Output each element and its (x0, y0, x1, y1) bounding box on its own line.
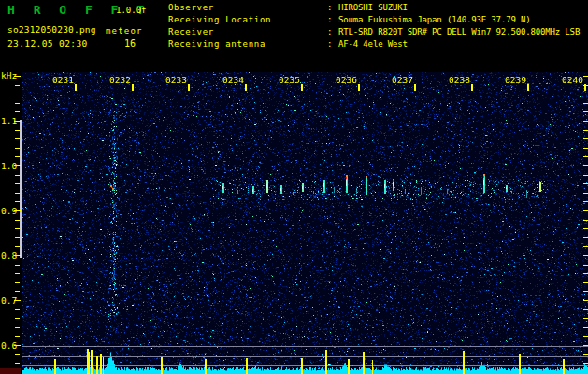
info-value: HIROSHI SUZUKI (338, 3, 408, 12)
freq-tick-left (14, 210, 21, 211)
freq-tick-left (15, 363, 20, 364)
freq-tick-right (583, 175, 588, 176)
freq-tick-left (15, 237, 20, 238)
freq-tick-right (583, 273, 588, 274)
time-label: 0238 (442, 75, 470, 85)
freq-tick-left (15, 103, 20, 104)
level-gridline-1 (22, 346, 588, 347)
station-info-block: Observer:HIROSHI SUZUKI Receiving Locati… (168, 3, 580, 51)
signal-spike (54, 359, 56, 374)
file-timestamp: 23.12.05 02:30 (7, 38, 88, 49)
freq-tick-left (15, 138, 20, 139)
info-colon: : (327, 39, 338, 49)
time-label: 0235 (272, 75, 300, 85)
signal-spike (325, 350, 327, 374)
time-label: 0232 (103, 75, 131, 85)
freq-tick-left (15, 336, 20, 337)
time-tick (301, 84, 303, 91)
freq-tick-right (583, 94, 588, 94)
signal-spike (372, 360, 373, 374)
info-label: Observer (168, 3, 327, 12)
freq-tick-left (15, 148, 20, 149)
freq-tick-right (583, 291, 588, 292)
freq-tick-right (583, 345, 588, 346)
freq-tick-left (15, 265, 20, 266)
signal-spike (96, 356, 98, 374)
app-version: 1.0.0f (116, 6, 147, 15)
freq-tick-right (583, 165, 588, 166)
time-label: 0231 (46, 75, 74, 85)
signal-spike (100, 354, 102, 374)
freq-tick-right (583, 210, 588, 211)
freq-tick-right (583, 85, 588, 86)
freq-tick-left (15, 193, 20, 194)
freq-tick-left (14, 255, 21, 256)
freq-tick-right (583, 336, 588, 337)
info-row-antenna: Receiving antenna:AF-4 4ele West (168, 39, 580, 51)
freq-tick-left (15, 327, 20, 328)
info-row-location: Receiving Location:Souma Fukushima Japan… (168, 15, 580, 27)
freq-tick-left (15, 220, 20, 221)
time-label: 0236 (329, 75, 357, 85)
time-label: 0234 (216, 75, 244, 85)
time-tick (527, 84, 529, 91)
info-value: Souma Fukushima Japan (140.93E 37.79 N) (338, 15, 530, 24)
freq-tick-left (15, 228, 20, 229)
freq-tick-left (14, 300, 21, 301)
freq-tick-left (14, 76, 21, 77)
bottom-left-corner-block (0, 368, 21, 374)
time-tick (414, 84, 416, 91)
freq-tick-left (14, 165, 21, 166)
freq-tick-left (15, 94, 20, 94)
info-value: RTL-SRD R820T SDR# PC DELL Win7 92.500.8… (338, 27, 580, 36)
freq-tick-right (583, 201, 588, 202)
freq-tick-right (583, 138, 588, 139)
freq-tick-left (15, 282, 20, 283)
freq-tick-left (15, 318, 20, 319)
freq-tick-left (15, 354, 20, 355)
freq-tick-right (583, 237, 588, 238)
time-tick (75, 84, 77, 91)
freq-tick-left (14, 345, 21, 346)
freq-tick-right (583, 318, 588, 319)
time-label: 0239 (498, 75, 526, 85)
freq-tick-left (15, 291, 20, 292)
freq-tick-left (14, 121, 21, 122)
time-label: 0240 (555, 75, 583, 85)
freq-tick-left (15, 246, 20, 247)
freq-tick-right (583, 220, 588, 221)
freq-tick-left (15, 273, 20, 274)
signal-spike (463, 351, 465, 374)
time-tick (358, 84, 360, 91)
info-row-receiver: Receiver:RTL-SRD R820T SDR# PC DELL Win7… (168, 27, 580, 39)
signal-spike (519, 354, 521, 374)
output-filename: so2312050230.png (7, 24, 96, 35)
freq-tick-left (15, 175, 20, 176)
freq-tick-right (583, 246, 588, 247)
freq-tick-right (583, 111, 588, 112)
freq-tick-left (15, 111, 20, 112)
freq-tick-right (583, 282, 588, 283)
signal-spike (246, 358, 248, 374)
signal-spike (91, 350, 93, 374)
time-tick (245, 84, 247, 91)
time-label: 0233 (159, 75, 187, 85)
freq-tick-right (583, 148, 588, 149)
level-gridline-3 (22, 365, 588, 366)
freq-tick-right (583, 183, 588, 184)
info-label: Receiving Location (168, 15, 327, 24)
signal-spike (348, 359, 350, 374)
signal-spike (363, 352, 365, 374)
freq-tick-right (583, 309, 588, 310)
freq-tick-right (583, 121, 588, 122)
info-label: Receiving antenna (168, 39, 327, 49)
info-row-observer: Observer:HIROSHI SUZUKI (168, 3, 580, 15)
info-value: AF-4 4ele West (338, 39, 408, 49)
freq-tick-left (15, 309, 20, 310)
freq-tick-right (583, 156, 588, 157)
hrofft-window: H R O F F T 1.0.0f so2312050230.png mete… (0, 0, 588, 374)
signal-spike (103, 357, 104, 374)
time-tick (132, 84, 134, 91)
freq-tick-right (583, 300, 588, 301)
freq-tick-left (15, 85, 20, 86)
